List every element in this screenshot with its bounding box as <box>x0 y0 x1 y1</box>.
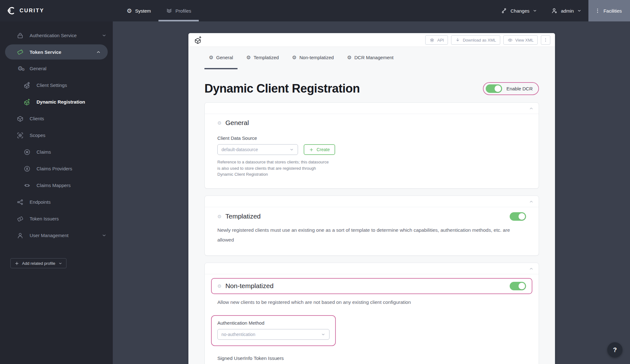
sidebar-item-label: Clients <box>30 116 44 121</box>
tab-templatized-label: Templatized <box>254 55 279 60</box>
client-data-source-value: default-datasource <box>221 147 258 152</box>
sidebar-item-label: Client Settings <box>37 82 67 88</box>
sidebar-item-token-service[interactable]: Token Service <box>5 44 108 60</box>
gear-icon: ⚙ <box>246 55 251 60</box>
kebab-icon <box>543 37 548 43</box>
tab-profiles[interactable]: Profiles <box>158 0 199 21</box>
topbar-right: Changes admin Facilities <box>494 0 630 21</box>
ticket-icon <box>16 48 24 56</box>
toggle-knob <box>518 213 525 220</box>
enable-dcr-toggle[interactable] <box>486 84 502 93</box>
curity-logo-icon <box>7 6 16 15</box>
authentication-method-value: no-authentication <box>221 332 255 337</box>
section-non-templatized: ⚙ Non-templatized Allow new clients to b… <box>204 263 539 364</box>
changes-menu[interactable]: Changes <box>494 0 544 21</box>
sidebar-item-label: Dynamic Registration <box>37 99 85 105</box>
sidebar-item-scopes[interactable]: Scopes <box>0 127 113 144</box>
user-label: admin <box>561 8 574 14</box>
user-menu[interactable]: admin <box>544 0 588 21</box>
tab-dcr-management-label: DCR Management <box>354 55 393 60</box>
sidebar-item-general[interactable]: ⚙⚙ General <box>0 60 113 77</box>
section-general-title-row: ⚙ General <box>217 119 526 127</box>
top-nav-tabs: ⚙ System Profiles <box>119 0 199 21</box>
api-button-label: API <box>437 38 444 43</box>
chevron-down-icon <box>533 9 537 13</box>
sidebar-item-claims[interactable]: Claims <box>0 144 113 160</box>
add-related-profile-label: Add related profile <box>22 261 55 266</box>
client-data-source-select[interactable]: default-datasource <box>217 144 298 155</box>
tab-non-templatized[interactable]: ⚙ Non-templatized <box>288 47 338 69</box>
facilities-label: Facilities <box>604 8 622 14</box>
title-row: Dynamic Client Registration Enable DCR <box>204 82 539 95</box>
facilities-button[interactable]: Facilities <box>588 0 630 21</box>
help-button[interactable]: ? <box>607 342 622 357</box>
tab-system[interactable]: ⚙ System <box>119 0 158 21</box>
chevron-down-icon <box>289 147 294 152</box>
sidebar-item-user-management[interactable]: User Management <box>0 227 113 244</box>
sidebar: Authentication Service Token Service ⚙⚙ … <box>0 21 113 364</box>
sidebar-item-authentication-service[interactable]: Authentication Service <box>0 27 113 44</box>
plus-icon <box>14 261 19 266</box>
non-templatized-toggle[interactable] <box>510 282 526 290</box>
plus-icon <box>309 147 314 152</box>
section-templatized-header <box>205 196 539 207</box>
templatized-toggle[interactable] <box>510 212 526 221</box>
sidebar-item-label: General <box>30 66 46 71</box>
sidebar-item-endpoints[interactable]: Endpoints <box>0 194 113 210</box>
section-general-body: ⚙ General Client Data Source default-dat… <box>205 114 539 188</box>
download-icon <box>455 37 460 43</box>
sidebar-item-claims-providers[interactable]: Claims Providers <box>0 160 113 177</box>
authentication-method-highlighted: Authentication Method no-authentication <box>211 315 336 346</box>
sidebar-item-label: Endpoints <box>30 199 51 205</box>
collapse-chevron-icon[interactable] <box>529 199 534 204</box>
section-title: Templatized <box>225 213 261 220</box>
tab-dcr-management[interactable]: ⚙ DCR Management <box>343 47 398 69</box>
authentication-method-select[interactable]: no-authentication <box>217 329 329 340</box>
chevron-down-icon <box>102 233 106 238</box>
tab-system-label: System <box>135 8 151 14</box>
toggle-knob <box>495 85 501 92</box>
sidebar-item-token-issuers[interactable]: Token Issuers <box>0 210 113 227</box>
add-related-profile-button[interactable]: Add related profile <box>10 258 66 268</box>
collapse-chevron-icon[interactable] <box>529 106 534 111</box>
sidebar-item-label: Token Service <box>30 49 61 55</box>
section-templatized-body: ⚙ Templatized Newly registered clients m… <box>205 207 539 255</box>
gear-icon: ⚙ <box>292 55 296 60</box>
sidebar-item-clients[interactable]: Clients <box>0 110 113 127</box>
layers-icon <box>166 8 172 14</box>
admin-user-icon <box>551 7 558 14</box>
sidebar-item-dynamic-registration[interactable]: Dynamic Registration <box>0 94 113 110</box>
card-more-button[interactable] <box>541 35 550 45</box>
sidebar-item-label: Authentication Service <box>30 33 77 38</box>
lock-icon <box>16 32 24 39</box>
download-xml-label: Download as XML <box>463 38 496 43</box>
dcr-tabs: ⚙ General ⚙ Templatized ⚙ Non-templatize… <box>189 47 555 69</box>
card-header-actions: API Download as XML View XML <box>425 35 550 45</box>
sidebar-item-claims-mappers[interactable]: Claims Mappers <box>0 177 113 194</box>
tab-general-label: General <box>216 55 233 60</box>
view-xml-label: View XML <box>515 38 534 43</box>
create-datasource-button[interactable]: Create <box>304 144 335 155</box>
download-xml-button[interactable]: Download as XML <box>451 35 500 45</box>
tab-general[interactable]: ⚙ General <box>204 47 238 69</box>
section-general: ⚙ General Client Data Source default-dat… <box>204 102 539 189</box>
sidebar-item-label: Token Issuers <box>30 216 59 221</box>
enable-dcr-control: Enable DCR <box>483 82 539 95</box>
collapse-chevron-icon[interactable] <box>529 266 534 271</box>
ticket-plus-icon <box>16 215 24 223</box>
sidebar-item-client-settings[interactable]: Client Settings <box>0 77 113 94</box>
sidebar-item-label: Claims Providers <box>37 166 72 171</box>
sidebar-item-label: Scopes <box>30 133 45 138</box>
authentication-method-label: Authentication Method <box>217 320 329 326</box>
curity-logo[interactable]: CURITY <box>0 0 107 21</box>
box-plus-icon <box>194 36 203 44</box>
changes-label: Changes <box>511 8 530 14</box>
tab-templatized[interactable]: ⚙ Templatized <box>242 47 283 69</box>
sidebar-item-label: Claims Mappers <box>37 183 71 188</box>
chevron-down-icon <box>321 332 325 337</box>
scope-scan-icon <box>16 132 24 139</box>
view-xml-button[interactable]: View XML <box>503 35 538 45</box>
api-button[interactable]: API <box>425 35 448 45</box>
non-templatized-description: Allow new clients to be registered which… <box>217 297 526 307</box>
box-icon <box>16 115 24 122</box>
